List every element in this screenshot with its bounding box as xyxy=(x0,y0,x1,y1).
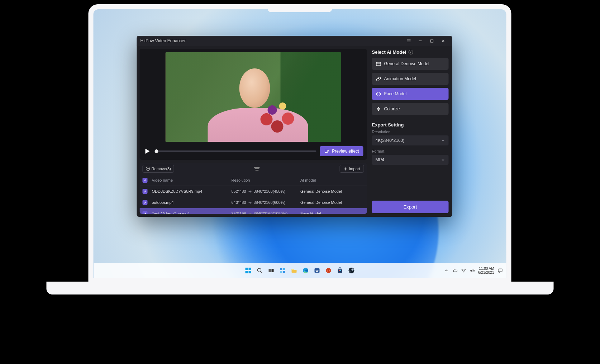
info-icon[interactable]: i xyxy=(408,50,413,54)
notifications-icon[interactable] xyxy=(498,268,503,273)
table-row[interactable]: ODD3DSKZ8DYVS8R9.mp4852*480➔3840*2160(45… xyxy=(140,186,367,197)
svg-rect-27 xyxy=(338,269,342,273)
preview-effect-label: Preview effect xyxy=(332,149,359,154)
tray-chevron-icon[interactable] xyxy=(444,268,449,273)
camcorder-icon xyxy=(324,148,330,154)
arrow-right-icon: ➔ xyxy=(248,189,252,194)
svg-rect-20 xyxy=(280,271,282,273)
arrow-right-icon: ➔ xyxy=(248,211,252,214)
format-select[interactable]: MP4 xyxy=(372,155,449,165)
row-name: ODD3DSKZ8DYVS8R9.mp4 xyxy=(152,189,232,193)
row-checkbox[interactable] xyxy=(143,211,148,214)
model-icon xyxy=(376,61,381,67)
row-resolution: 852*480➔3840*2160(450%) xyxy=(232,189,300,194)
video-preview[interactable] xyxy=(166,52,341,142)
preview-panel: Preview effect xyxy=(140,49,367,160)
model-option[interactable]: Face Model xyxy=(372,88,449,100)
model-option[interactable]: Colorize xyxy=(372,103,449,115)
export-button[interactable]: Export xyxy=(372,201,449,213)
row-resolution: 640*480➔3840*2160(600%) xyxy=(232,200,300,205)
svg-rect-11 xyxy=(246,268,248,270)
play-button[interactable] xyxy=(143,147,151,155)
svg-point-9 xyxy=(377,93,378,94)
word-icon[interactable]: W xyxy=(312,265,322,276)
side-panel: Select AI Model i General Denoise ModelA… xyxy=(370,46,452,217)
resolution-value: 4K(3840*2160) xyxy=(376,138,405,143)
svg-rect-0 xyxy=(430,40,433,42)
model-option[interactable]: General Denoise Model xyxy=(372,58,449,70)
table-header: Video name Resolution AI model xyxy=(140,175,367,186)
widgets-icon[interactable] xyxy=(278,265,288,276)
svg-point-8 xyxy=(376,92,380,96)
import-label: Import xyxy=(349,167,360,171)
file-explorer-icon[interactable] xyxy=(289,265,299,276)
select-all-checkbox[interactable] xyxy=(143,178,148,183)
minus-circle-icon xyxy=(146,167,150,171)
start-button[interactable] xyxy=(243,265,253,276)
svg-text:P: P xyxy=(327,269,329,273)
model-icon xyxy=(376,106,381,112)
svg-rect-12 xyxy=(249,268,251,270)
model-icon xyxy=(376,76,381,82)
row-model: General Denoise Model xyxy=(300,200,364,205)
svg-rect-21 xyxy=(283,271,285,273)
remove-label: Remove(3) xyxy=(152,167,171,171)
format-label: Format xyxy=(372,149,449,153)
reorder-icon[interactable] xyxy=(254,167,260,171)
taskbar-clock[interactable]: 11:00 AM 6/21/2021 xyxy=(478,267,494,275)
menu-icon[interactable] xyxy=(404,37,414,44)
laptop-base xyxy=(47,282,554,294)
steam-icon[interactable] xyxy=(347,265,357,276)
ai-model-heading: Select AI Model xyxy=(372,49,406,55)
maximize-button[interactable] xyxy=(427,37,437,44)
svg-rect-13 xyxy=(246,271,248,273)
arrow-right-icon: ➔ xyxy=(248,200,252,205)
svg-point-15 xyxy=(258,268,261,272)
svg-rect-1 xyxy=(325,150,328,153)
edge-icon[interactable] xyxy=(301,265,311,276)
col-resolution: Resolution xyxy=(232,178,300,182)
model-icon xyxy=(376,91,381,97)
task-view-icon[interactable] xyxy=(266,265,276,276)
model-label: Colorize xyxy=(384,106,400,111)
remove-button[interactable]: Remove(3) xyxy=(143,165,174,173)
table-row[interactable]: outdoor.mp4640*480➔3840*2160(600%)Genera… xyxy=(140,197,367,208)
desktop[interactable]: HitPaw Video Enhancer xyxy=(94,9,506,278)
minimize-button[interactable] xyxy=(415,37,426,44)
app-title: HitPaw Video Enhancer xyxy=(141,38,186,43)
svg-point-32 xyxy=(352,269,353,270)
table-row[interactable]: Test_Video_One.mp4352*198➔3840*2160(1090… xyxy=(140,208,367,214)
svg-rect-17 xyxy=(272,269,274,272)
svg-point-34 xyxy=(463,272,464,272)
row-resolution: 352*198➔3840*2160(1090%) xyxy=(232,211,300,214)
import-button[interactable]: Import xyxy=(339,165,364,173)
volume-icon[interactable] xyxy=(470,268,475,273)
row-name: outdoor.mp4 xyxy=(152,200,232,205)
store-icon[interactable] xyxy=(335,265,345,276)
row-model: General Denoise Model xyxy=(300,189,364,193)
svg-text:W: W xyxy=(315,269,319,273)
svg-point-5 xyxy=(377,62,378,63)
svg-rect-29 xyxy=(340,270,341,271)
wifi-icon[interactable] xyxy=(461,268,466,273)
powerpoint-icon[interactable]: P xyxy=(324,265,334,276)
preview-effect-button[interactable]: Preview effect xyxy=(320,146,363,156)
laptop-notch xyxy=(268,4,332,12)
cloud-icon[interactable] xyxy=(452,268,457,273)
resolution-select[interactable]: 4K(3840*2160) xyxy=(372,135,449,145)
titlebar[interactable]: HitPaw Video Enhancer xyxy=(137,36,452,46)
taskbar-time: 11:00 AM xyxy=(478,267,494,271)
taskbar-date: 6/21/2021 xyxy=(478,270,494,275)
svg-rect-35 xyxy=(498,269,502,272)
search-icon[interactable] xyxy=(255,265,265,276)
col-name: Video name xyxy=(152,178,232,182)
chevron-down-icon xyxy=(441,158,445,162)
svg-point-7 xyxy=(378,77,381,79)
col-model: AI model xyxy=(300,178,364,182)
seek-slider[interactable] xyxy=(155,150,316,152)
model-option[interactable]: Animation Model xyxy=(372,73,449,85)
plus-icon xyxy=(343,167,347,171)
row-checkbox[interactable] xyxy=(143,200,148,205)
close-button[interactable] xyxy=(438,37,449,44)
row-checkbox[interactable] xyxy=(143,189,148,194)
